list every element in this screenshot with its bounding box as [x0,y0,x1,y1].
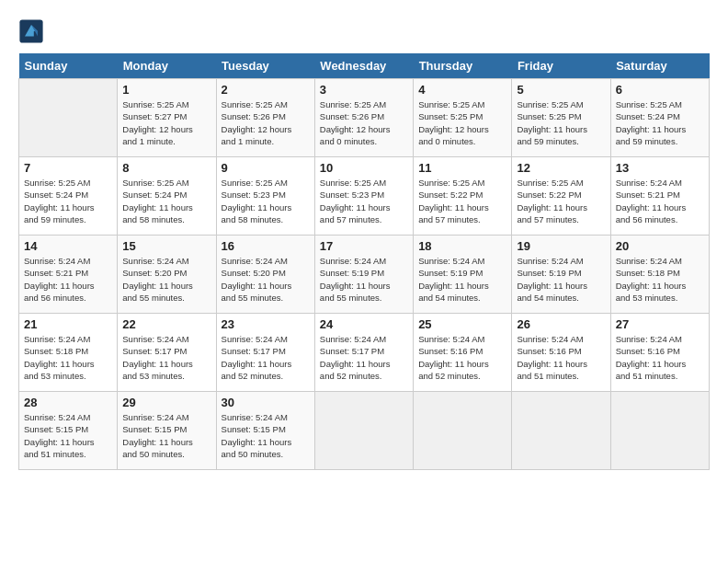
calendar-cell: 26Sunrise: 5:24 AM Sunset: 5:16 PM Dayli… [512,314,610,392]
day-number: 13 [616,161,704,175]
day-number: 23 [222,317,310,331]
calendar-cell: 3Sunrise: 5:25 AM Sunset: 5:26 PM Daylig… [314,79,413,157]
calendar-cell: 4Sunrise: 5:25 AM Sunset: 5:25 PM Daylig… [414,79,512,157]
day-detail: Sunrise: 5:24 AM Sunset: 5:19 PM Dayligh… [320,255,408,304]
day-number: 9 [222,161,310,175]
calendar-week-row: 28Sunrise: 5:24 AM Sunset: 5:15 PM Dayli… [19,392,710,470]
day-detail: Sunrise: 5:24 AM Sunset: 5:16 PM Dayligh… [418,333,506,382]
day-detail: Sunrise: 5:25 AM Sunset: 5:26 PM Dayligh… [222,98,310,147]
logo-icon [18,18,44,44]
calendar-cell: 6Sunrise: 5:25 AM Sunset: 5:24 PM Daylig… [610,79,709,157]
day-number: 22 [122,317,210,331]
calendar-cell [19,79,118,157]
day-number: 17 [320,239,408,253]
calendar-cell: 11Sunrise: 5:25 AM Sunset: 5:22 PM Dayli… [414,157,512,236]
calendar-cell: 15Sunrise: 5:24 AM Sunset: 5:20 PM Dayli… [118,236,216,314]
calendar-cell: 2Sunrise: 5:25 AM Sunset: 5:26 PM Daylig… [216,79,314,157]
day-number: 30 [222,396,310,409]
day-detail: Sunrise: 5:24 AM Sunset: 5:20 PM Dayligh… [222,255,310,304]
calendar-cell: 19Sunrise: 5:24 AM Sunset: 5:19 PM Dayli… [512,236,610,314]
weekday-header-tuesday: Tuesday [216,53,314,79]
day-detail: Sunrise: 5:24 AM Sunset: 5:17 PM Dayligh… [320,333,408,382]
calendar-week-row: 21Sunrise: 5:24 AM Sunset: 5:18 PM Dayli… [19,314,710,392]
day-detail: Sunrise: 5:25 AM Sunset: 5:23 PM Dayligh… [320,177,408,225]
day-number: 21 [24,317,112,331]
day-number: 15 [122,239,210,253]
weekday-header-monday: Monday [118,53,216,79]
day-detail: Sunrise: 5:24 AM Sunset: 5:19 PM Dayligh… [517,255,605,304]
calendar-cell: 14Sunrise: 5:24 AM Sunset: 5:21 PM Dayli… [19,236,118,314]
day-number: 2 [222,83,310,97]
calendar-cell: 27Sunrise: 5:24 AM Sunset: 5:16 PM Dayli… [610,314,709,392]
day-detail: Sunrise: 5:25 AM Sunset: 5:26 PM Dayligh… [320,98,408,147]
calendar-cell: 16Sunrise: 5:24 AM Sunset: 5:20 PM Dayli… [216,236,314,314]
weekday-header-row: SundayMondayTuesdayWednesdayThursdayFrid… [19,53,710,79]
calendar-cell: 8Sunrise: 5:25 AM Sunset: 5:24 PM Daylig… [118,157,216,236]
calendar-cell: 1Sunrise: 5:25 AM Sunset: 5:27 PM Daylig… [118,79,216,157]
day-detail: Sunrise: 5:25 AM Sunset: 5:27 PM Dayligh… [122,98,210,147]
day-number: 28 [24,396,112,409]
logo [18,18,48,44]
day-number: 4 [418,83,506,97]
day-detail: Sunrise: 5:24 AM Sunset: 5:17 PM Dayligh… [222,333,310,382]
day-detail: Sunrise: 5:24 AM Sunset: 5:21 PM Dayligh… [616,177,704,225]
day-detail: Sunrise: 5:25 AM Sunset: 5:22 PM Dayligh… [517,177,605,225]
day-number: 1 [122,83,210,97]
day-number: 29 [122,396,210,409]
calendar-cell: 24Sunrise: 5:24 AM Sunset: 5:17 PM Dayli… [314,314,413,392]
calendar-table: SundayMondayTuesdayWednesdayThursdayFrid… [18,53,710,470]
calendar-cell: 13Sunrise: 5:24 AM Sunset: 5:21 PM Dayli… [610,157,709,236]
calendar-cell [314,392,413,470]
day-detail: Sunrise: 5:25 AM Sunset: 5:24 PM Dayligh… [616,98,704,147]
day-number: 6 [616,83,704,97]
calendar-cell: 23Sunrise: 5:24 AM Sunset: 5:17 PM Dayli… [216,314,314,392]
calendar-week-row: 7Sunrise: 5:25 AM Sunset: 5:24 PM Daylig… [19,157,710,236]
weekday-header-sunday: Sunday [19,53,118,79]
day-number: 3 [320,83,408,97]
day-detail: Sunrise: 5:24 AM Sunset: 5:18 PM Dayligh… [616,255,704,304]
day-number: 12 [517,161,605,175]
day-number: 10 [320,161,408,175]
calendar-cell [512,392,610,470]
calendar-week-row: 1Sunrise: 5:25 AM Sunset: 5:27 PM Daylig… [19,79,710,157]
day-detail: Sunrise: 5:24 AM Sunset: 5:15 PM Dayligh… [222,411,310,460]
calendar-cell: 25Sunrise: 5:24 AM Sunset: 5:16 PM Dayli… [414,314,512,392]
calendar-cell [610,392,709,470]
day-detail: Sunrise: 5:25 AM Sunset: 5:24 PM Dayligh… [122,177,210,225]
day-detail: Sunrise: 5:24 AM Sunset: 5:18 PM Dayligh… [24,333,112,382]
day-number: 25 [418,317,506,331]
calendar-cell: 22Sunrise: 5:24 AM Sunset: 5:17 PM Dayli… [118,314,216,392]
day-detail: Sunrise: 5:24 AM Sunset: 5:15 PM Dayligh… [122,411,210,460]
day-detail: Sunrise: 5:24 AM Sunset: 5:20 PM Dayligh… [122,255,210,304]
calendar-cell: 30Sunrise: 5:24 AM Sunset: 5:15 PM Dayli… [216,392,314,470]
calendar-cell: 29Sunrise: 5:24 AM Sunset: 5:15 PM Dayli… [118,392,216,470]
day-number: 8 [122,161,210,175]
day-detail: Sunrise: 5:25 AM Sunset: 5:23 PM Dayligh… [222,177,310,225]
day-number: 24 [320,317,408,331]
day-number: 26 [517,317,605,331]
weekday-header-friday: Friday [512,53,610,79]
calendar-cell: 28Sunrise: 5:24 AM Sunset: 5:15 PM Dayli… [19,392,118,470]
calendar-cell: 9Sunrise: 5:25 AM Sunset: 5:23 PM Daylig… [216,157,314,236]
day-detail: Sunrise: 5:25 AM Sunset: 5:22 PM Dayligh… [418,177,506,225]
calendar-cell: 21Sunrise: 5:24 AM Sunset: 5:18 PM Dayli… [19,314,118,392]
day-number: 5 [517,83,605,97]
day-detail: Sunrise: 5:25 AM Sunset: 5:25 PM Dayligh… [418,98,506,147]
day-detail: Sunrise: 5:25 AM Sunset: 5:25 PM Dayligh… [517,98,605,147]
day-number: 18 [418,239,506,253]
day-number: 7 [24,161,112,175]
day-detail: Sunrise: 5:24 AM Sunset: 5:16 PM Dayligh… [616,333,704,382]
weekday-header-saturday: Saturday [610,53,709,79]
day-number: 11 [418,161,506,175]
calendar-cell [414,392,512,470]
calendar-cell: 7Sunrise: 5:25 AM Sunset: 5:24 PM Daylig… [19,157,118,236]
calendar-week-row: 14Sunrise: 5:24 AM Sunset: 5:21 PM Dayli… [19,236,710,314]
page-header [18,18,710,44]
day-number: 19 [517,239,605,253]
day-detail: Sunrise: 5:24 AM Sunset: 5:17 PM Dayligh… [122,333,210,382]
day-detail: Sunrise: 5:24 AM Sunset: 5:15 PM Dayligh… [24,411,112,460]
weekday-header-wednesday: Wednesday [314,53,413,79]
day-number: 20 [616,239,704,253]
day-number: 14 [24,239,112,253]
weekday-header-thursday: Thursday [414,53,512,79]
